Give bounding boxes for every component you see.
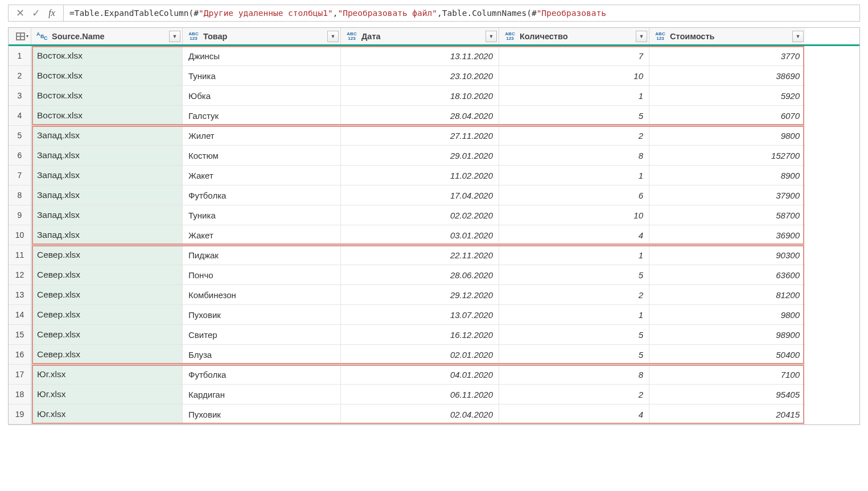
cell-tovar[interactable]: Футболка [183, 365, 341, 385]
row-number[interactable]: 13 [9, 285, 31, 305]
cell-cost[interactable]: 98900 [649, 325, 805, 345]
cell-source[interactable]: Юг.xlsx [31, 405, 183, 424]
table-row[interactable]: 2Восток.xlsxТуника23.10.20201038690 [9, 66, 859, 86]
cell-source[interactable]: Восток.xlsx [31, 106, 183, 126]
cell-qty[interactable]: 2 [499, 285, 649, 305]
confirm-formula-button[interactable]: ✓ [28, 5, 44, 21]
table-row[interactable]: 4Восток.xlsxГалстук28.04.202056070 [9, 106, 859, 126]
cell-source[interactable]: Запад.xlsx [31, 166, 183, 185]
column-header-tovar[interactable]: ABC123Товар▼ [183, 28, 341, 44]
table-row[interactable]: 10Запад.xlsxЖакет03.01.2020436900 [9, 225, 859, 245]
cell-date[interactable]: 13.07.2020 [341, 305, 499, 325]
cell-tovar[interactable]: Футболка [183, 185, 341, 205]
table-row[interactable]: 7Запад.xlsxЖакет11.02.202018900 [9, 166, 859, 185]
row-number[interactable]: 18 [9, 385, 31, 405]
row-number[interactable]: 14 [9, 305, 31, 325]
row-number[interactable]: 7 [9, 166, 31, 185]
cell-cost[interactable]: 20415 [649, 405, 805, 424]
row-number[interactable]: 19 [9, 405, 31, 424]
cell-cost[interactable]: 152700 [649, 146, 805, 166]
cell-source[interactable]: Юг.xlsx [31, 385, 183, 405]
cell-tovar[interactable]: Блуза [183, 345, 341, 365]
cell-source[interactable]: Север.xlsx [31, 285, 183, 305]
cell-tovar[interactable]: Жакет [183, 166, 341, 185]
cell-source[interactable]: Запад.xlsx [31, 126, 183, 146]
cell-qty[interactable]: 8 [499, 146, 649, 166]
cell-cost[interactable]: 95405 [649, 385, 805, 405]
column-filter-button[interactable]: ▼ [636, 31, 647, 42]
cell-tovar[interactable]: Кардиган [183, 385, 341, 405]
cell-tovar[interactable]: Пуховик [183, 305, 341, 325]
cell-tovar[interactable]: Жилет [183, 126, 341, 146]
formula-input[interactable]: = Table.ExpandTableColumn(# "Другие удал… [63, 5, 860, 22]
row-number[interactable]: 9 [9, 205, 31, 225]
cell-date[interactable]: 23.10.2020 [341, 66, 499, 86]
cell-date[interactable]: 27.11.2020 [341, 126, 499, 146]
column-filter-button[interactable]: ▼ [486, 31, 497, 42]
cell-tovar[interactable]: Туника [183, 66, 341, 86]
cell-source[interactable]: Запад.xlsx [31, 225, 183, 245]
row-number[interactable]: 8 [9, 185, 31, 205]
cell-qty[interactable]: 5 [499, 106, 649, 126]
cell-tovar[interactable]: Галстук [183, 106, 341, 126]
table-row[interactable]: 17Юг.xlsxФутболка04.01.202087100 [9, 365, 859, 385]
cell-tovar[interactable]: Жакет [183, 225, 341, 245]
cell-cost[interactable]: 9800 [649, 126, 805, 146]
column-header-source[interactable]: ABCSource.Name▼ [31, 28, 183, 44]
cell-source[interactable]: Восток.xlsx [31, 66, 183, 86]
cell-qty[interactable]: 6 [499, 185, 649, 205]
cell-qty[interactable]: 5 [499, 325, 649, 345]
cell-source[interactable]: Север.xlsx [31, 345, 183, 365]
cell-date[interactable]: 18.10.2020 [341, 86, 499, 106]
row-number[interactable]: 17 [9, 365, 31, 385]
cell-source[interactable]: Запад.xlsx [31, 205, 183, 225]
cell-cost[interactable]: 38690 [649, 66, 805, 86]
table-row[interactable]: 15Север.xlsxСвитер16.12.2020598900 [9, 325, 859, 345]
cell-tovar[interactable]: Пуховик [183, 405, 341, 424]
cell-date[interactable]: 11.02.2020 [341, 166, 499, 185]
column-filter-button[interactable]: ▼ [169, 31, 180, 42]
cancel-formula-button[interactable]: ✕ [12, 5, 28, 21]
cell-tovar[interactable]: Свитер [183, 325, 341, 345]
cell-qty[interactable]: 1 [499, 86, 649, 106]
cell-qty[interactable]: 8 [499, 365, 649, 385]
cell-date[interactable]: 06.11.2020 [341, 385, 499, 405]
cell-date[interactable]: 29.01.2020 [341, 146, 499, 166]
row-number[interactable]: 1 [9, 46, 31, 66]
cell-source[interactable]: Север.xlsx [31, 325, 183, 345]
row-number[interactable]: 12 [9, 265, 31, 285]
row-number[interactable]: 4 [9, 106, 31, 126]
column-header-cost[interactable]: ABC123Стоимость▼ [649, 28, 805, 44]
cell-qty[interactable]: 2 [499, 385, 649, 405]
row-number[interactable]: 6 [9, 146, 31, 166]
cell-tovar[interactable]: Костюм [183, 146, 341, 166]
cell-qty[interactable]: 2 [499, 126, 649, 146]
cell-qty[interactable]: 1 [499, 166, 649, 185]
row-number[interactable]: 3 [9, 86, 31, 106]
cell-tovar[interactable]: Комбинезон [183, 285, 341, 305]
cell-cost[interactable]: 9800 [649, 305, 805, 325]
column-filter-button[interactable]: ▼ [327, 31, 339, 42]
table-row[interactable]: 3Восток.xlsxЮбка18.10.202015920 [9, 86, 859, 106]
cell-cost[interactable]: 6070 [649, 106, 805, 126]
cell-qty[interactable]: 10 [499, 66, 649, 86]
cell-cost[interactable]: 37900 [649, 185, 805, 205]
column-type-icon[interactable]: ABC123 [654, 31, 667, 42]
cell-date[interactable]: 16.12.2020 [341, 325, 499, 345]
cell-date[interactable]: 29.12.2020 [341, 285, 499, 305]
table-corner-menu[interactable]: ▾ [9, 28, 31, 44]
cell-qty[interactable]: 4 [499, 405, 649, 424]
table-row[interactable]: 8Запад.xlsxФутболка17.04.2020637900 [9, 185, 859, 205]
table-row[interactable]: 13Север.xlsxКомбинезон29.12.2020281200 [9, 285, 859, 305]
row-number[interactable]: 10 [9, 225, 31, 245]
cell-qty[interactable]: 1 [499, 245, 649, 265]
row-number[interactable]: 2 [9, 66, 31, 86]
column-filter-button[interactable]: ▼ [792, 31, 804, 42]
cell-source[interactable]: Восток.xlsx [31, 46, 183, 66]
table-row[interactable]: 19Юг.xlsxПуховик02.04.2020420415 [9, 405, 859, 424]
cell-tovar[interactable]: Юбка [183, 86, 341, 106]
table-row[interactable]: 14Север.xlsxПуховик13.07.202019800 [9, 305, 859, 325]
cell-qty[interactable]: 1 [499, 305, 649, 325]
column-type-icon[interactable]: ABC123 [187, 31, 200, 42]
cell-date[interactable]: 04.01.2020 [341, 365, 499, 385]
